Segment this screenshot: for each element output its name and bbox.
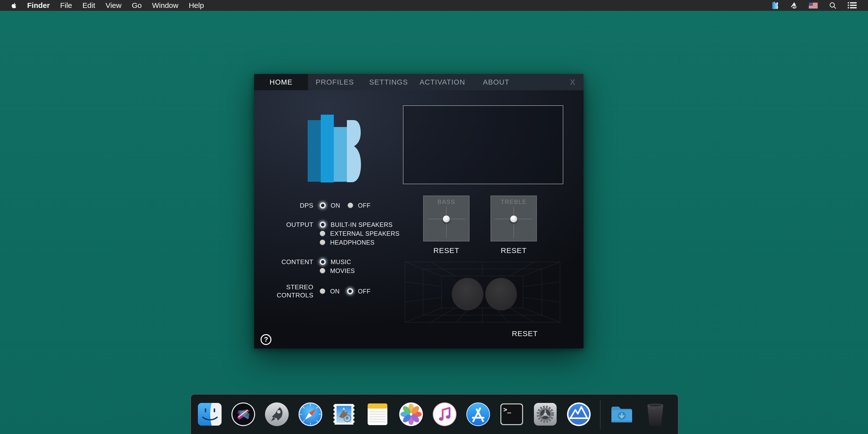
treble-xy-pad[interactable]: TREBLE: [491, 196, 537, 241]
stereo-label-line1: STEREO: [254, 283, 313, 291]
dock-item-system-preferences[interactable]: [533, 402, 558, 427]
tab-settings[interactable]: SETTINGS: [362, 74, 415, 90]
help-icon[interactable]: ?: [260, 334, 271, 345]
stereo-on-radio[interactable]: [320, 289, 325, 294]
boom-app-icon[interactable]: [772, 2, 779, 9]
dock-item-downloads-folder[interactable]: [610, 402, 634, 427]
bass-knob[interactable]: [443, 215, 450, 223]
menu-item-view[interactable]: View: [105, 0, 121, 11]
dock-item-finder[interactable]: [197, 402, 222, 427]
output-builtin-label[interactable]: BUILT-IN SPEAKERS: [331, 221, 393, 228]
stereo-off-label[interactable]: OFF: [358, 288, 371, 295]
boom-logo: [308, 115, 361, 184]
help-glyph: ?: [264, 336, 268, 343]
output-builtin-radio[interactable]: [320, 222, 326, 228]
stereo-label-line2: CONTROLS: [254, 291, 313, 299]
dock-item-trash[interactable]: [643, 402, 668, 427]
content-label: CONTENT: [254, 258, 313, 275]
treble-reset-button[interactable]: RESET: [491, 246, 537, 255]
output-control-group: OUTPUT BUILT-IN SPEAKERS EXTERNAL SPEAKE…: [254, 220, 399, 247]
dock-item-app-store[interactable]: [466, 402, 491, 427]
right-speaker-orb: [485, 278, 517, 310]
stereo-on-label[interactable]: ON: [330, 288, 340, 295]
dock-item-mountain-app[interactable]: [566, 402, 591, 427]
content-control-group: CONTENT MUSIC MOVIES: [254, 258, 355, 275]
treble-knob[interactable]: [510, 215, 517, 223]
stereo-reset-button[interactable]: RESET: [506, 329, 543, 338]
dps-on-radio[interactable]: [320, 202, 326, 208]
left-speaker-orb: [452, 278, 483, 310]
presenter-icon[interactable]: [790, 2, 798, 9]
menu-item-finder[interactable]: Finder: [27, 0, 50, 11]
menu-item-window[interactable]: Window: [152, 0, 178, 11]
content-movies-radio[interactable]: [320, 268, 325, 273]
content-music-label[interactable]: MUSIC: [331, 259, 351, 266]
keyboard-us-flag-icon[interactable]: [809, 2, 818, 8]
menu-item-go[interactable]: Go: [132, 0, 142, 11]
close-button[interactable]: X: [570, 74, 575, 90]
dock-item-mail[interactable]: [332, 402, 356, 427]
dps-on-label[interactable]: ON: [331, 202, 340, 209]
dock-item-siri[interactable]: [231, 402, 256, 427]
dock-item-photos[interactable]: [399, 402, 424, 427]
dps-label: DPS: [254, 201, 313, 210]
tab-activation[interactable]: ACTIVATION: [415, 74, 469, 90]
dock-separator: [600, 400, 600, 429]
bass-pad-title: BASS: [424, 199, 469, 205]
desktop-background: Finder File Edit View Go Window Help: [0, 0, 868, 434]
dps-off-label[interactable]: OFF: [358, 202, 371, 209]
equalizer-panel[interactable]: [403, 105, 563, 184]
content-music-radio[interactable]: [320, 259, 326, 265]
spotlight-search-icon[interactable]: [829, 2, 836, 9]
dock-item-terminal[interactable]: >_: [499, 402, 524, 427]
boom-app-window: HOME PROFILES SETTINGS ACTIVATION ABOUT …: [254, 74, 584, 348]
notification-center-icon[interactable]: [848, 2, 857, 9]
bass-xy-pad[interactable]: BASS: [423, 196, 469, 241]
output-label: OUTPUT: [254, 220, 313, 247]
tab-home[interactable]: HOME: [254, 74, 308, 90]
dps-off-radio[interactable]: [348, 203, 353, 208]
menu-item-edit[interactable]: Edit: [83, 0, 95, 11]
dock: >_: [190, 394, 679, 434]
output-headphones-label[interactable]: HEADPHONES: [330, 239, 375, 246]
tab-bar: HOME PROFILES SETTINGS ACTIVATION ABOUT …: [254, 74, 584, 90]
stereo-controls-label: STEREO CONTROLS: [254, 283, 313, 299]
apple-menu-icon[interactable]: [10, 2, 17, 9]
stereo-image-visualizer[interactable]: [405, 262, 560, 323]
menu-item-file[interactable]: File: [60, 0, 72, 11]
svg-text:>_: >_: [503, 406, 511, 413]
menu-bar: Finder File Edit View Go Window Help: [0, 0, 868, 11]
treble-pad-title: TREBLE: [491, 199, 536, 205]
dock-item-safari[interactable]: [298, 402, 323, 427]
stereo-control-group: STEREO CONTROLS ON OFF: [254, 283, 378, 299]
tab-profiles[interactable]: PROFILES: [308, 74, 362, 90]
tab-about[interactable]: ABOUT: [469, 74, 523, 90]
dps-control-group: DPS ON OFF: [254, 201, 378, 210]
content-movies-label[interactable]: MOVIES: [330, 267, 355, 274]
output-headphones-radio[interactable]: [320, 240, 325, 245]
output-external-radio[interactable]: [320, 231, 325, 236]
dock-item-itunes[interactable]: [432, 402, 457, 427]
bass-reset-button[interactable]: RESET: [423, 246, 469, 255]
dock-item-notes[interactable]: [365, 402, 390, 427]
dock-item-launchpad[interactable]: [265, 402, 289, 427]
output-external-label[interactable]: EXTERNAL SPEAKERS: [330, 230, 399, 237]
menu-item-help[interactable]: Help: [189, 0, 204, 11]
stereo-off-radio[interactable]: [347, 288, 353, 294]
